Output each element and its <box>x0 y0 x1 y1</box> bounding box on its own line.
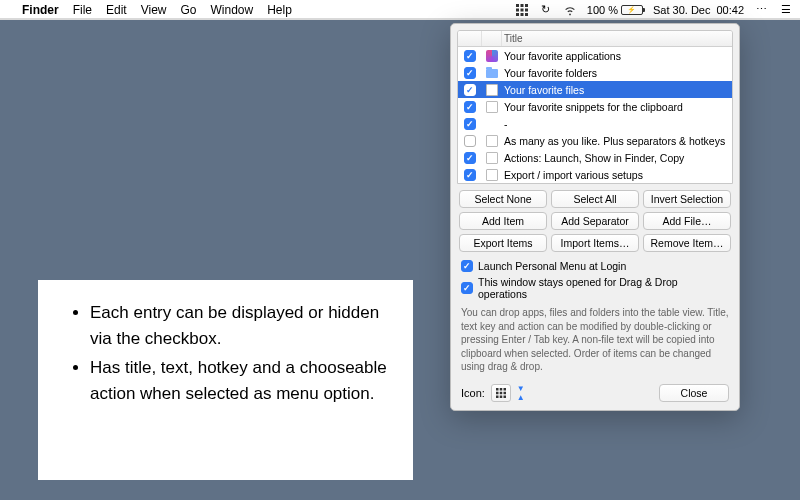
row-visibility-checkbox[interactable] <box>464 152 476 164</box>
menubar-time: 00:42 <box>716 4 744 16</box>
stays-open-label: This window stays opened for Drag & Drop… <box>478 276 729 300</box>
info-card: Each entry can be displayed or hidden vi… <box>38 280 413 480</box>
row-title[interactable]: Your favorite files <box>502 84 732 96</box>
menubar-clock[interactable]: Sat 30. Dec 00:42 <box>653 4 744 16</box>
doc-icon <box>486 135 498 147</box>
svg-rect-13 <box>500 391 503 394</box>
app-menubar-icon[interactable] <box>515 3 529 17</box>
table-row[interactable]: Export / import various setups <box>458 166 732 183</box>
svg-rect-16 <box>500 395 503 398</box>
row-visibility-checkbox[interactable] <box>464 169 476 181</box>
add-file-button[interactable]: Add File… <box>643 212 731 230</box>
import-items-button[interactable]: Import Items… <box>551 234 639 252</box>
table-row[interactable]: - <box>458 115 732 132</box>
row-title[interactable]: - <box>502 118 732 130</box>
table-row[interactable]: Your favorite applications <box>458 47 732 64</box>
svg-rect-4 <box>520 8 523 11</box>
row-visibility-checkbox[interactable] <box>464 67 476 79</box>
table-row[interactable]: Your favorite folders <box>458 64 732 81</box>
battery-indicator[interactable]: 100 % ⚡ <box>587 4 643 16</box>
icon-picker-dropdown-icon[interactable]: ▼▲ <box>517 384 525 402</box>
svg-rect-0 <box>516 4 519 7</box>
svg-rect-10 <box>500 388 503 391</box>
svg-rect-7 <box>520 13 523 16</box>
menu-window[interactable]: Window <box>211 3 254 17</box>
row-title[interactable]: Your favorite folders <box>502 67 732 79</box>
doc-icon <box>486 152 498 164</box>
svg-rect-15 <box>496 395 499 398</box>
preferences-panel: Title Your favorite applicationsYour fav… <box>450 23 740 411</box>
select-none-button[interactable]: Select None <box>459 190 547 208</box>
svg-rect-2 <box>525 4 528 7</box>
invert-selection-button[interactable]: Invert Selection <box>643 190 731 208</box>
table-row[interactable]: As many as you like. Plus separators & h… <box>458 132 732 149</box>
menubar-date: Sat 30. Dec <box>653 4 710 16</box>
launch-at-login-label: Launch Personal Menu at Login <box>478 260 626 272</box>
row-visibility-checkbox[interactable] <box>464 135 476 147</box>
doc-icon <box>486 101 498 113</box>
info-bullet-1: Each entry can be displayed or hidden vi… <box>90 300 393 351</box>
table-row[interactable]: Actions: Launch, Show in Finder, Copy <box>458 149 732 166</box>
svg-rect-8 <box>525 13 528 16</box>
remove-item-button[interactable]: Remove Item… <box>643 234 731 252</box>
spotlight-icon[interactable]: ⋯ <box>754 3 768 17</box>
row-title[interactable]: Export / import various setups <box>502 169 732 181</box>
sync-icon[interactable]: ↻ <box>539 3 553 17</box>
svg-rect-6 <box>516 13 519 16</box>
app-icon <box>486 50 498 62</box>
launch-at-login-checkbox[interactable] <box>461 260 473 272</box>
row-visibility-checkbox[interactable] <box>464 118 476 130</box>
wifi-icon[interactable] <box>563 3 577 17</box>
add-separator-button[interactable]: Add Separator <box>551 212 639 230</box>
svg-rect-17 <box>503 395 506 398</box>
doc-icon <box>486 169 498 181</box>
svg-rect-9 <box>496 388 499 391</box>
row-visibility-checkbox[interactable] <box>464 101 476 113</box>
close-button[interactable]: Close <box>659 384 729 402</box>
items-table-header: Title <box>458 31 732 47</box>
header-col-title[interactable]: Title <box>502 31 732 46</box>
table-row[interactable]: Your favorite files <box>458 81 732 98</box>
svg-rect-5 <box>525 8 528 11</box>
notification-center-icon[interactable]: ☰ <box>778 3 792 17</box>
add-item-button[interactable]: Add Item <box>459 212 547 230</box>
items-table[interactable]: Title Your favorite applicationsYour fav… <box>457 30 733 184</box>
icon-label: Icon: <box>461 387 485 399</box>
stays-open-checkbox[interactable] <box>461 282 473 294</box>
header-col-checkbox[interactable] <box>458 31 482 46</box>
menu-bar: Finder File Edit View Go Window Help ↻ 1… <box>0 0 800 20</box>
folder-icon <box>486 69 498 78</box>
select-all-button[interactable]: Select All <box>551 190 639 208</box>
battery-percent-label: 100 % <box>587 4 618 16</box>
row-title[interactable]: Your favorite snippets for the clipboard <box>502 101 732 113</box>
battery-icon: ⚡ <box>621 5 643 15</box>
svg-rect-11 <box>503 388 506 391</box>
svg-rect-1 <box>520 4 523 7</box>
export-items-button[interactable]: Export Items <box>459 234 547 252</box>
row-title[interactable]: Actions: Launch, Show in Finder, Copy <box>502 152 732 164</box>
row-visibility-checkbox[interactable] <box>464 84 476 96</box>
menu-go[interactable]: Go <box>181 3 197 17</box>
icon-picker-button[interactable] <box>491 384 511 402</box>
help-text: You can drop apps, files and folders int… <box>451 304 739 380</box>
svg-rect-14 <box>503 391 506 394</box>
info-bullet-2: Has title, text, hotkey and a chooseable… <box>90 355 393 406</box>
file-icon <box>486 84 498 96</box>
menu-file[interactable]: File <box>73 3 92 17</box>
menu-edit[interactable]: Edit <box>106 3 127 17</box>
header-col-icon[interactable] <box>482 31 502 46</box>
menu-view[interactable]: View <box>141 3 167 17</box>
table-row[interactable]: Your favorite snippets for the clipboard <box>458 98 732 115</box>
svg-rect-12 <box>496 391 499 394</box>
menu-app-name[interactable]: Finder <box>22 3 59 17</box>
row-title[interactable]: Your favorite applications <box>502 50 732 62</box>
row-title[interactable]: As many as you like. Plus separators & h… <box>502 135 732 147</box>
menu-help[interactable]: Help <box>267 3 292 17</box>
buttons-grid: Select None Select All Invert Selection … <box>451 190 739 252</box>
svg-rect-3 <box>516 8 519 11</box>
row-visibility-checkbox[interactable] <box>464 50 476 62</box>
